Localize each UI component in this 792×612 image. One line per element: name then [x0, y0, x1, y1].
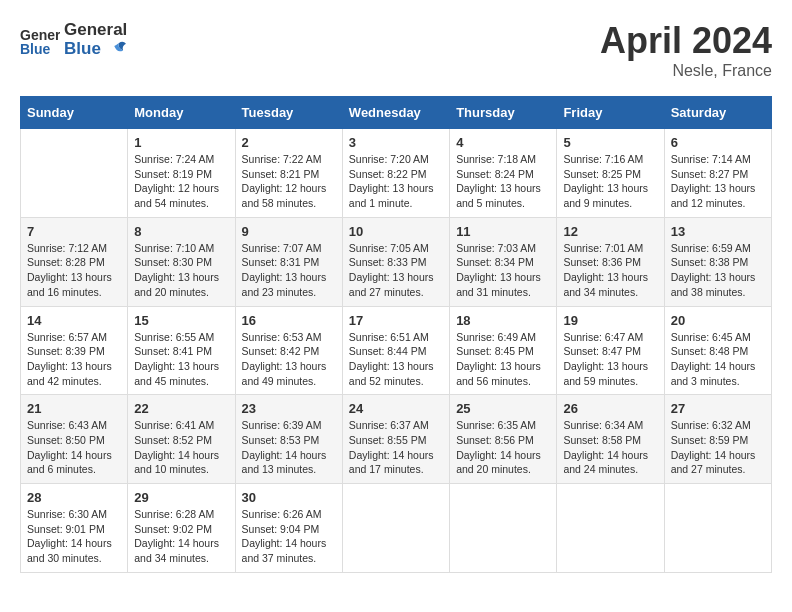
day-number: 20: [671, 313, 765, 328]
day-number: 28: [27, 490, 121, 505]
day-info: Sunrise: 6:28 AM Sunset: 9:02 PM Dayligh…: [134, 507, 228, 566]
day-number: 10: [349, 224, 443, 239]
day-number: 8: [134, 224, 228, 239]
calendar-cell: 3Sunrise: 7:20 AM Sunset: 8:22 PM Daylig…: [342, 129, 449, 218]
calendar-cell: 24Sunrise: 6:37 AM Sunset: 8:55 PM Dayli…: [342, 395, 449, 484]
day-info: Sunrise: 6:55 AM Sunset: 8:41 PM Dayligh…: [134, 330, 228, 389]
day-info: Sunrise: 6:39 AM Sunset: 8:53 PM Dayligh…: [242, 418, 336, 477]
calendar-cell: 7Sunrise: 7:12 AM Sunset: 8:28 PM Daylig…: [21, 217, 128, 306]
month-title: April 2024: [600, 20, 772, 62]
calendar-cell: 10Sunrise: 7:05 AM Sunset: 8:33 PM Dayli…: [342, 217, 449, 306]
logo-icon: General Blue: [20, 20, 60, 60]
calendar-cell: 15Sunrise: 6:55 AM Sunset: 8:41 PM Dayli…: [128, 306, 235, 395]
calendar-cell: 27Sunrise: 6:32 AM Sunset: 8:59 PM Dayli…: [664, 395, 771, 484]
calendar-header-row: SundayMondayTuesdayWednesdayThursdayFrid…: [21, 97, 772, 129]
day-info: Sunrise: 7:05 AM Sunset: 8:33 PM Dayligh…: [349, 241, 443, 300]
day-info: Sunrise: 6:41 AM Sunset: 8:52 PM Dayligh…: [134, 418, 228, 477]
calendar-cell: [21, 129, 128, 218]
day-info: Sunrise: 6:37 AM Sunset: 8:55 PM Dayligh…: [349, 418, 443, 477]
day-info: Sunrise: 7:24 AM Sunset: 8:19 PM Dayligh…: [134, 152, 228, 211]
calendar-header-sunday: Sunday: [21, 97, 128, 129]
day-info: Sunrise: 6:32 AM Sunset: 8:59 PM Dayligh…: [671, 418, 765, 477]
calendar-table: SundayMondayTuesdayWednesdayThursdayFrid…: [20, 96, 772, 573]
calendar-cell: 29Sunrise: 6:28 AM Sunset: 9:02 PM Dayli…: [128, 484, 235, 573]
calendar-cell: 14Sunrise: 6:57 AM Sunset: 8:39 PM Dayli…: [21, 306, 128, 395]
calendar-cell: 30Sunrise: 6:26 AM Sunset: 9:04 PM Dayli…: [235, 484, 342, 573]
day-number: 29: [134, 490, 228, 505]
day-info: Sunrise: 6:45 AM Sunset: 8:48 PM Dayligh…: [671, 330, 765, 389]
calendar-cell: 11Sunrise: 7:03 AM Sunset: 8:34 PM Dayli…: [450, 217, 557, 306]
day-number: 21: [27, 401, 121, 416]
day-number: 6: [671, 135, 765, 150]
day-number: 22: [134, 401, 228, 416]
day-number: 5: [563, 135, 657, 150]
day-info: Sunrise: 6:43 AM Sunset: 8:50 PM Dayligh…: [27, 418, 121, 477]
calendar-week-row: 21Sunrise: 6:43 AM Sunset: 8:50 PM Dayli…: [21, 395, 772, 484]
day-number: 13: [671, 224, 765, 239]
day-number: 9: [242, 224, 336, 239]
calendar-cell: 2Sunrise: 7:22 AM Sunset: 8:21 PM Daylig…: [235, 129, 342, 218]
day-info: Sunrise: 7:10 AM Sunset: 8:30 PM Dayligh…: [134, 241, 228, 300]
calendar-header-thursday: Thursday: [450, 97, 557, 129]
day-number: 17: [349, 313, 443, 328]
day-number: 7: [27, 224, 121, 239]
calendar-week-row: 1Sunrise: 7:24 AM Sunset: 8:19 PM Daylig…: [21, 129, 772, 218]
calendar-week-row: 7Sunrise: 7:12 AM Sunset: 8:28 PM Daylig…: [21, 217, 772, 306]
day-number: 3: [349, 135, 443, 150]
day-number: 25: [456, 401, 550, 416]
day-number: 11: [456, 224, 550, 239]
page-header: General Blue General Blue April 2024 Nes…: [20, 20, 772, 80]
day-info: Sunrise: 7:16 AM Sunset: 8:25 PM Dayligh…: [563, 152, 657, 211]
day-info: Sunrise: 7:01 AM Sunset: 8:36 PM Dayligh…: [563, 241, 657, 300]
calendar-cell: 5Sunrise: 7:16 AM Sunset: 8:25 PM Daylig…: [557, 129, 664, 218]
calendar-header-saturday: Saturday: [664, 97, 771, 129]
calendar-cell: 1Sunrise: 7:24 AM Sunset: 8:19 PM Daylig…: [128, 129, 235, 218]
calendar-cell: 23Sunrise: 6:39 AM Sunset: 8:53 PM Dayli…: [235, 395, 342, 484]
calendar-cell: 13Sunrise: 6:59 AM Sunset: 8:38 PM Dayli…: [664, 217, 771, 306]
day-info: Sunrise: 6:34 AM Sunset: 8:58 PM Dayligh…: [563, 418, 657, 477]
calendar-cell: 26Sunrise: 6:34 AM Sunset: 8:58 PM Dayli…: [557, 395, 664, 484]
logo: General Blue General Blue: [20, 20, 127, 60]
day-number: 15: [134, 313, 228, 328]
calendar-header-friday: Friday: [557, 97, 664, 129]
day-info: Sunrise: 6:57 AM Sunset: 8:39 PM Dayligh…: [27, 330, 121, 389]
day-number: 27: [671, 401, 765, 416]
day-number: 1: [134, 135, 228, 150]
calendar-week-row: 28Sunrise: 6:30 AM Sunset: 9:01 PM Dayli…: [21, 484, 772, 573]
location-title: Nesle, France: [600, 62, 772, 80]
calendar-header-wednesday: Wednesday: [342, 97, 449, 129]
calendar-cell: 8Sunrise: 7:10 AM Sunset: 8:30 PM Daylig…: [128, 217, 235, 306]
calendar-header-tuesday: Tuesday: [235, 97, 342, 129]
calendar-cell: 22Sunrise: 6:41 AM Sunset: 8:52 PM Dayli…: [128, 395, 235, 484]
calendar-cell: [664, 484, 771, 573]
day-number: 19: [563, 313, 657, 328]
calendar-cell: [342, 484, 449, 573]
calendar-cell: [557, 484, 664, 573]
calendar-cell: 25Sunrise: 6:35 AM Sunset: 8:56 PM Dayli…: [450, 395, 557, 484]
day-info: Sunrise: 6:51 AM Sunset: 8:44 PM Dayligh…: [349, 330, 443, 389]
calendar-cell: 19Sunrise: 6:47 AM Sunset: 8:47 PM Dayli…: [557, 306, 664, 395]
day-number: 2: [242, 135, 336, 150]
calendar-cell: 4Sunrise: 7:18 AM Sunset: 8:24 PM Daylig…: [450, 129, 557, 218]
day-info: Sunrise: 7:18 AM Sunset: 8:24 PM Dayligh…: [456, 152, 550, 211]
day-number: 26: [563, 401, 657, 416]
day-number: 14: [27, 313, 121, 328]
calendar-cell: 28Sunrise: 6:30 AM Sunset: 9:01 PM Dayli…: [21, 484, 128, 573]
day-info: Sunrise: 6:59 AM Sunset: 8:38 PM Dayligh…: [671, 241, 765, 300]
day-info: Sunrise: 7:22 AM Sunset: 8:21 PM Dayligh…: [242, 152, 336, 211]
day-info: Sunrise: 6:30 AM Sunset: 9:01 PM Dayligh…: [27, 507, 121, 566]
calendar-header-monday: Monday: [128, 97, 235, 129]
day-number: 18: [456, 313, 550, 328]
logo-blue: Blue: [64, 40, 101, 59]
day-number: 30: [242, 490, 336, 505]
day-info: Sunrise: 6:47 AM Sunset: 8:47 PM Dayligh…: [563, 330, 657, 389]
calendar-cell: 21Sunrise: 6:43 AM Sunset: 8:50 PM Dayli…: [21, 395, 128, 484]
day-info: Sunrise: 7:07 AM Sunset: 8:31 PM Dayligh…: [242, 241, 336, 300]
day-info: Sunrise: 6:53 AM Sunset: 8:42 PM Dayligh…: [242, 330, 336, 389]
day-number: 24: [349, 401, 443, 416]
calendar-cell: 17Sunrise: 6:51 AM Sunset: 8:44 PM Dayli…: [342, 306, 449, 395]
title-block: April 2024 Nesle, France: [600, 20, 772, 80]
day-info: Sunrise: 7:20 AM Sunset: 8:22 PM Dayligh…: [349, 152, 443, 211]
calendar-cell: 18Sunrise: 6:49 AM Sunset: 8:45 PM Dayli…: [450, 306, 557, 395]
day-number: 4: [456, 135, 550, 150]
